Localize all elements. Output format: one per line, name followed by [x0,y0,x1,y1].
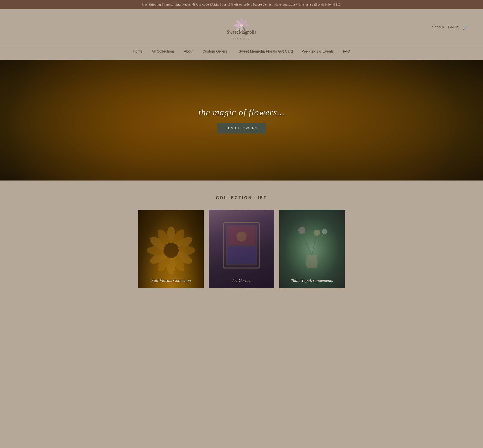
logo-subtitle: FLORALS [232,37,251,40]
svg-point-8 [240,24,243,27]
nav-item-gift-card[interactable]: Sweet Magnolia Florals Gift Card [234,48,297,55]
login-link[interactable]: Log in [448,25,458,29]
nav-item-about[interactable]: About [179,48,198,55]
hero-content: the magic of flowers... SEND FLOWERS [198,107,285,133]
header: Sweet Magnolia FLORALS Search Log in 🛒 [0,9,483,45]
card-label-fall-florals: Fall Florals Collection [138,278,204,283]
announcement-text: Free Shipping Thanksgiving Weekend! Use … [141,3,341,6]
card-overlay-art [209,210,274,288]
collection-card-fall-florals[interactable]: Fall Florals Collection [138,210,204,288]
hero-title: the magic of flowers... [198,107,285,118]
hero-section: the magic of flowers... SEND FLOWERS [0,60,483,181]
collection-card-table-top[interactable]: Table Top Arrangements [279,210,345,288]
nav-item-weddings[interactable]: Weddings & Events [297,48,338,55]
navigation: Home All Collections About Custom Orders… [0,45,483,60]
header-actions: Search Log in 🛒 [432,24,468,30]
collection-card-art-corner[interactable]: Art Corner [209,210,274,288]
collection-list-title: COLLECTION LIST [5,196,478,200]
svg-text:Sweet Magnolia: Sweet Magnolia [227,30,256,35]
card-overlay [138,210,204,288]
logo-icon: Sweet Magnolia [226,17,257,37]
cart-icon[interactable]: 🛒 [462,24,468,30]
card-label-art-corner: Art Corner [209,278,274,283]
card-label-table-top: Table Top Arrangements [279,278,345,283]
announcement-bar: Free Shipping Thanksgiving Weekend! Use … [0,0,483,9]
nav-item-custom-orders[interactable]: Custom Orders ▾ [198,48,234,55]
card-overlay-table [279,210,345,288]
search-button[interactable]: Search [432,25,444,29]
send-flowers-button[interactable]: SEND FLOWERS [217,123,266,133]
nav-item-home[interactable]: Home [128,48,147,55]
nav-item-all-collections[interactable]: All Collections [147,48,179,55]
logo[interactable]: Sweet Magnolia FLORALS [226,17,257,40]
collection-grid: Fall Florals Collection Art Corner [5,210,478,288]
collections-section: COLLECTION LIST [0,181,483,296]
nav-item-faq[interactable]: FAQ [338,48,355,55]
dropdown-chevron-icon: ▾ [228,50,230,53]
